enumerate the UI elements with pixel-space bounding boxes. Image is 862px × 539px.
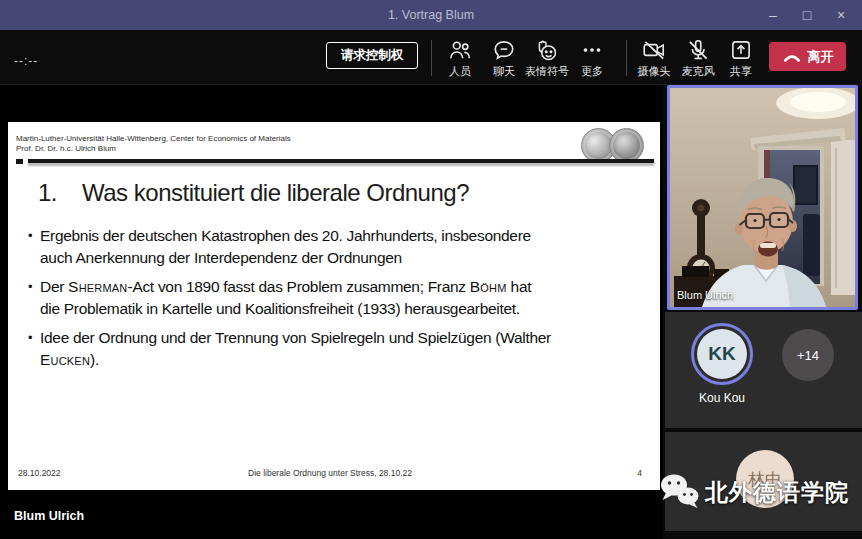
slide-footer-title: Die liberale Ordnung unter Stress, 28.10…: [174, 468, 486, 478]
slide-footer: 28.10.2022 Die liberale Ordnung unter St…: [18, 468, 650, 478]
camera-off-icon: [641, 37, 667, 63]
participant-video: [670, 88, 855, 307]
participant-tile-lin[interactable]: 林中: [665, 432, 862, 531]
slide-bullet-list: •Ergebnis der deutschen Katastrophen des…: [28, 225, 656, 378]
slide-title-text: Was konstituiert die liberale Ordnung?: [82, 179, 469, 207]
video-participant-name: Blum Ulrich: [677, 289, 733, 301]
share-label: 共享: [730, 64, 752, 79]
participants-sidebar: Blum Ulrich KK Kou Kou +14 林中: [663, 85, 862, 539]
video-tile-blum[interactable]: Blum Ulrich: [667, 85, 858, 310]
shared-slide: Martin-Luther-Universität Halle-Wittenbe…: [8, 122, 660, 490]
leave-label: 离开: [808, 48, 834, 66]
more-dots-icon: [579, 37, 605, 63]
slide-title: 1. Was konstituiert die liberale Ordnung…: [38, 179, 469, 207]
more-button[interactable]: 更多: [565, 37, 619, 79]
slide-bullet: •Idee der Ordnung und der Trennung von S…: [28, 327, 656, 371]
slide-footer-date: 28.10.2022: [18, 468, 174, 478]
slide-bullet: •Der Sherman-Act von 1890 fasst das Prob…: [28, 276, 656, 320]
people-label: 人员: [449, 64, 471, 79]
affiliation-line2: Prof. Dr. Dr. h.c. Ulrich Blum: [16, 144, 291, 154]
participants-tile[interactable]: KK Kou Kou +14: [665, 312, 862, 428]
avatar-lin: 林中: [736, 450, 794, 508]
minimize-icon[interactable]: –: [756, 0, 790, 30]
more-label: 更多: [581, 64, 603, 79]
chat-icon: [491, 37, 517, 63]
leave-button[interactable]: 离开: [769, 42, 846, 71]
mic-off-icon: [685, 37, 711, 63]
affiliation-line1: Martin-Luther-Universität Halle-Wittenbe…: [16, 134, 291, 144]
meeting-toolbar: --:-- 请求控制权 人员 聊天 表情符: [0, 30, 862, 85]
slide-affiliation: Martin-Luther-Universität Halle-Wittenbe…: [16, 134, 291, 154]
raised-hand-emoji-icon: [534, 37, 560, 63]
toolbar-divider: [431, 40, 432, 76]
close-icon[interactable]: ×: [824, 0, 858, 30]
presenter-name-label: Blum Ulrich: [14, 509, 84, 523]
slide-page-number: 4: [486, 468, 650, 478]
participant-name: Kou Kou: [699, 391, 745, 405]
window-title: 1. Vortrag Blum: [388, 8, 474, 22]
share-button[interactable]: 共享: [714, 37, 768, 79]
speaking-ring: KK: [691, 323, 753, 385]
window-controls: – □ ×: [756, 0, 858, 30]
avatar-initials: KK: [697, 329, 747, 379]
camera-label: 摄像头: [638, 64, 671, 79]
maximize-icon[interactable]: □: [790, 0, 824, 30]
mic-label: 麦克风: [682, 64, 715, 79]
seal-coin-icon: [609, 128, 644, 163]
participant-kou[interactable]: KK Kou Kou: [687, 323, 757, 405]
slide-title-number: 1.: [38, 179, 82, 207]
chat-label: 聊天: [493, 64, 515, 79]
title-bar: 1. Vortrag Blum – □ ×: [0, 0, 862, 30]
meeting-timer: --:--: [14, 54, 38, 68]
share-screen-icon: [728, 37, 754, 63]
screenshare-stage: Martin-Luther-Universität Halle-Wittenbe…: [0, 85, 663, 539]
emoji-label: 表情符号: [525, 64, 569, 79]
overflow-participants-badge[interactable]: +14: [782, 329, 834, 381]
hangup-phone-icon: [782, 51, 802, 63]
people-icon: [447, 37, 473, 63]
slide-divider-rule: [14, 159, 654, 168]
slide-bullet: •Ergebnis der deutschen Katastrophen des…: [28, 225, 656, 269]
meeting-window: 1. Vortrag Blum – □ × --:-- 请求控制权 人员 聊天: [0, 0, 862, 539]
request-control-button[interactable]: 请求控制权: [326, 42, 418, 69]
